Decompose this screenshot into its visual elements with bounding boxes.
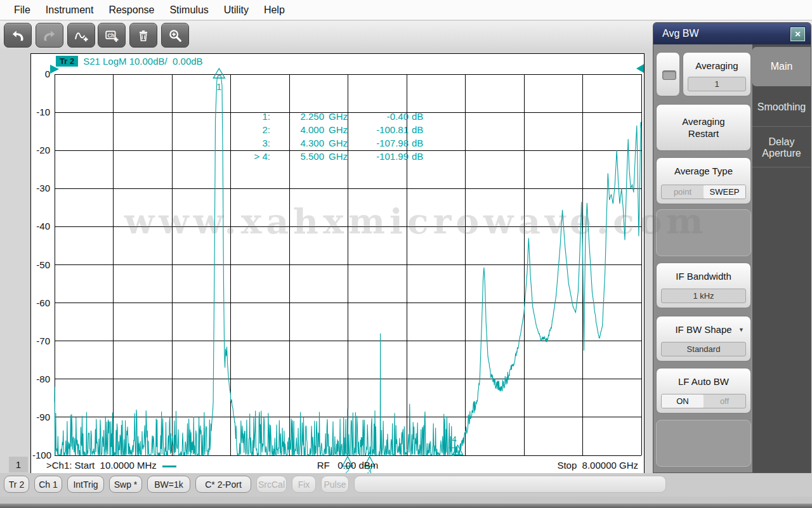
marker-4-funit: GHz [324,150,353,163]
rf-power-label[interactable]: RF 0.00 dBm [278,460,417,471]
marker-2-freq: 4.000 [270,123,324,136]
status-empty[interactable] [354,476,666,493]
marker-2-vunit: dB [409,123,434,136]
status-bw-1k[interactable]: BW=1k [147,476,190,493]
add-trace-icon[interactable] [67,23,95,48]
menu-stimulus[interactable]: Stimulus [162,4,216,16]
y-tick-label: 0 [32,68,50,79]
zoom-in-icon[interactable] [161,23,189,48]
if-bw-shape-value: Standard [661,342,746,356]
add-channel-icon[interactable]: Ch [98,23,126,48]
stop-frequency-label[interactable]: Stop 8.00000 GHz [557,460,638,471]
channel-number-badge[interactable]: 1 [9,457,28,472]
menu-response[interactable]: Response [101,4,162,16]
status-swp-[interactable]: Swp * [109,476,142,493]
trace-style-swatch [162,466,176,467]
panel-tab-strip: MainSmoothingDelay Aperture [752,44,811,472]
marker-1-label: 1: [221,110,270,123]
marker-3-freq: 4.300 [270,136,324,150]
marker-1-glyph: 1 [213,68,225,92]
undo-icon[interactable] [4,23,32,48]
app-window: FileInstrumentResponseStimulusUtilityHel… [0,0,812,508]
if-bw-shape-label: IF BW Shape [657,324,750,335]
menu-file[interactable]: File [6,4,38,16]
tab-main[interactable]: Main [752,47,811,86]
status-bar: Tr 2Ch 1IntTrigSwp *BW=1kC* 2-PortSrcCal… [0,473,812,497]
marker-3-vunit: dB [409,136,434,150]
if-bw-shape-button[interactable]: IF BW Shape ▼ Standard [656,316,751,361]
average-type-label: Average Type [657,166,750,176]
avg-bw-panel: Avg BW ✕ MainSmoothingDelay Aperture Ave… [653,23,811,472]
y-tick-label: -90 [32,412,50,422]
y-tick-label: -70 [32,335,50,346]
y-tick-label: -50 [32,259,50,270]
lf-auto-bw-option-on[interactable]: ON [662,394,704,408]
y-tick-label: -80 [32,374,50,384]
trace-header: Tr 2 S21 LogM 10.00dB/ 0.00dB [56,55,203,67]
averaging-led-indicator [662,70,676,80]
marker-2-val: -100.81 [353,123,409,136]
window-edge [0,504,812,508]
lf-auto-bw-button[interactable]: LF Auto BW ON off [656,368,751,414]
tab-smoothing[interactable]: Smoothing [752,88,811,127]
status-srccal[interactable]: SrcCal [256,476,287,493]
averaging-toggle-button[interactable] [656,52,680,96]
lf-auto-bw-option-off[interactable]: off [704,394,745,408]
if-bandwidth-button[interactable]: IF Bandwidth 1 kHz [656,263,751,308]
average-type-toggle[interactable]: point SWEEP [661,185,746,199]
marker-1-val: -0.40 [353,110,409,123]
plot-area[interactable]: 1234 Tr 2 S21 LogM 10.00dB/ 0.00dB 0-10-… [30,53,645,476]
if-bandwidth-label: IF Bandwidth [657,271,750,282]
lf-auto-bw-label: LF Auto BW [657,376,750,387]
y-tick-label: -100 [32,450,50,460]
marker-2-funit: GHz [324,123,353,136]
trace-format-label: S21 LogM 10.00dB/ 0.00dB [83,56,202,67]
averaging-button[interactable]: Averaging 1 [683,52,751,96]
window-footer [0,497,812,504]
panel-title: Avg BW [662,28,699,39]
marker-4-val: -101.99 [353,150,409,163]
svg-text:1: 1 [216,82,221,92]
averaging-restart-button[interactable]: Averaging Restart [656,104,751,151]
status-tr-2[interactable]: Tr 2 [4,476,29,493]
y-tick-label: -40 [32,221,50,231]
chevron-down-icon[interactable]: ▼ [738,327,744,333]
y-tick-label: -10 [32,107,50,117]
y-tick-label: -30 [32,183,50,193]
marker-1-funit: GHz [324,110,353,123]
blank-softkey [656,420,751,467]
marker-4-label: > 4: [221,150,270,163]
averaging-value: 1 [688,77,746,91]
status-pulse[interactable]: Pulse [321,476,349,493]
start-frequency-label[interactable]: >Ch1: Start 10.0000 MHz [46,460,176,471]
marker-4-vunit: dB [409,150,434,163]
svg-text:4: 4 [452,434,457,444]
average-type-button[interactable]: Average Type point SWEEP [656,157,751,204]
menu-utility[interactable]: Utility [216,4,256,16]
y-tick-label: -20 [32,145,50,155]
redo-icon [36,23,63,48]
average-type-option-point[interactable]: point [662,185,704,199]
status-c-2-port[interactable]: C* 2-Port [195,476,251,493]
averaging-label: Averaging [683,60,750,71]
close-icon[interactable]: ✕ [790,27,805,41]
stimulus-row: >Ch1: Start 10.0000 MHz RF 0.00 dBm Stop… [31,460,644,474]
average-type-option-sweep[interactable]: SWEEP [704,185,745,199]
menu-help[interactable]: Help [256,4,292,16]
menu-instrument[interactable]: Instrument [38,4,102,16]
status-fix[interactable]: Fix [292,476,316,493]
status-inttrig[interactable]: IntTrig [67,476,104,493]
marker-3-label: 3: [221,136,270,150]
marker-2-label: 2: [221,123,270,136]
marker-3-val: -107.98 [353,136,409,150]
marker-1-vunit: dB [409,110,434,123]
if-bandwidth-value: 1 kHz [661,289,746,303]
trace-badge[interactable]: Tr 2 [56,56,78,67]
status-ch-1[interactable]: Ch 1 [34,476,62,493]
y-tick-label: -60 [32,297,50,308]
menu-bar: FileInstrumentResponseStimulusUtilityHel… [0,0,812,20]
tab-delay-aperture[interactable]: Delay Aperture [752,128,811,167]
delete-icon[interactable] [129,23,157,48]
lf-auto-bw-toggle[interactable]: ON off [661,394,746,408]
blank-softkey [656,209,751,256]
